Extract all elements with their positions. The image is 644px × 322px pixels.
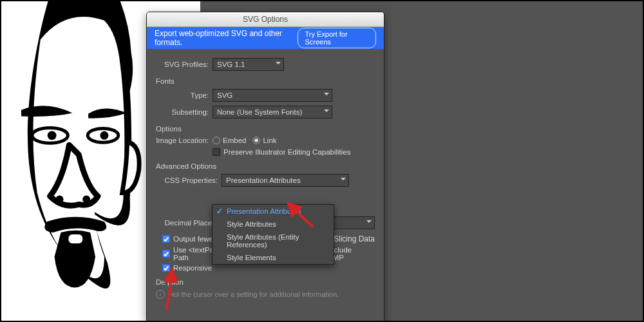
svg-rect-6 (68, 234, 82, 243)
svg-point-1 (48, 131, 57, 140)
info-icon: i (156, 290, 165, 299)
font-type-select[interactable]: SVG (213, 89, 332, 102)
dropdown-item-presentation-attributes[interactable]: Presentation Attributes (213, 205, 334, 218)
options-section-label: Options (156, 125, 375, 133)
css-properties-dropdown-menu[interactable]: Presentation Attributes Style Attributes… (212, 204, 334, 265)
image-location-link-radio[interactable]: Link (252, 137, 276, 144)
dropdown-item-style-elements[interactable]: Style Elements (213, 251, 334, 264)
description-section-label: De ption (156, 278, 375, 286)
svg-point-4 (56, 196, 64, 204)
banner-message: Export web-optimized SVG and other forma… (155, 29, 298, 47)
image-location-embed-radio[interactable]: Embed (213, 137, 246, 144)
output-fewer-checkbox[interactable]: Output fewer (162, 235, 216, 243)
preserve-illustrator-checkbox[interactable]: Preserve Illustrator Editing Capabilitie… (213, 148, 351, 156)
css-properties-value: Presentation Attributes (226, 176, 301, 184)
dialog-banner: Export web-optimized SVG and other forma… (147, 27, 384, 49)
fonts-section-label: Fonts (156, 77, 375, 85)
dropdown-item-style-attributes-entity[interactable]: Style Attributes (Entity References) (213, 231, 334, 251)
svg-profiles-value: SVG 1.1 (217, 61, 245, 68)
chevron-down-icon (276, 62, 281, 67)
advanced-options-section-label: Advanced Options (156, 162, 375, 170)
chevron-down-icon (324, 109, 329, 115)
chevron-down-icon (324, 93, 329, 98)
font-subsetting-select[interactable]: None (Use System Fonts) (213, 106, 332, 118)
font-type-value: SVG (217, 91, 232, 99)
description-hint: Hol the cursor over a setting for additi… (169, 290, 339, 298)
css-properties-select[interactable]: Presentation Attributes (222, 174, 349, 187)
dropdown-item-style-attributes[interactable]: Style Attributes (213, 218, 334, 231)
chevron-down-icon (341, 178, 346, 183)
font-subsetting-label: Subsetting: (162, 108, 213, 116)
image-location-label: Image Location: (156, 137, 213, 144)
font-subsetting-value: None (Use System Fonts) (217, 108, 302, 116)
svg-profiles-label: SVG Profiles: (156, 61, 213, 68)
svg-point-5 (82, 196, 90, 204)
chevron-down-icon (366, 220, 372, 225)
css-properties-label: CSS Properties: (162, 176, 222, 184)
svg-profiles-select[interactable]: SVG 1.1 (213, 58, 284, 71)
font-type-label: Type: (162, 91, 213, 99)
dialog-title: SVG Options (243, 15, 288, 24)
svg-point-3 (100, 131, 109, 140)
svg-options-dialog: SVG Options Export web-optimized SVG and… (146, 12, 384, 322)
dialog-titlebar[interactable]: SVG Options (147, 12, 384, 27)
responsive-checkbox[interactable]: Responsive (162, 264, 212, 272)
try-export-for-screens-button[interactable]: Try Export for Screens (298, 28, 376, 48)
